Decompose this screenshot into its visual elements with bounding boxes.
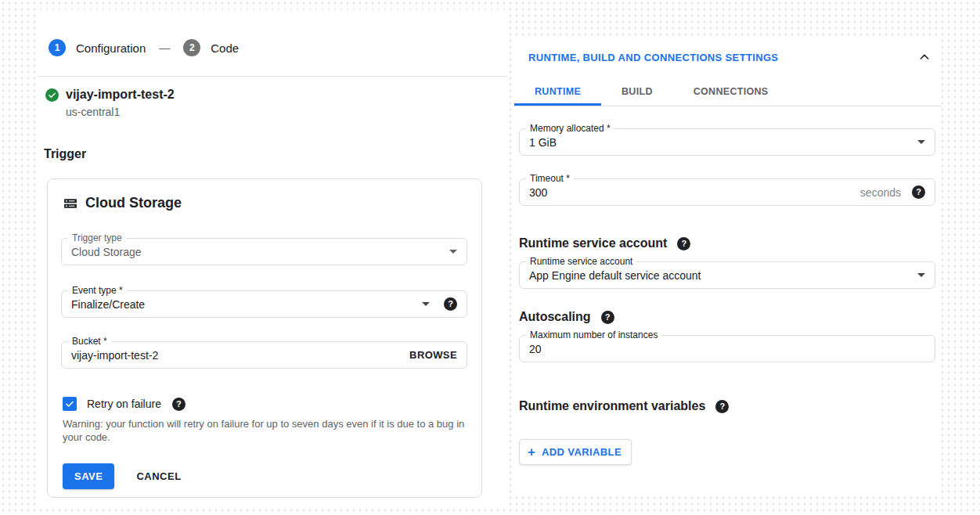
- retry-on-failure-row: Retry on failure ?: [63, 397, 467, 411]
- max-instances-value: 20: [529, 343, 542, 355]
- timeout-input[interactable]: Timeout * 300 seconds ?: [519, 178, 935, 206]
- plus-icon: +: [528, 445, 535, 459]
- retry-help-icon[interactable]: ?: [172, 398, 186, 411]
- settings-expander[interactable]: RUNTIME, BUILD AND CONNECTIONS SETTINGS: [513, 38, 942, 63]
- service-account-heading: Runtime service account: [519, 236, 667, 250]
- env-variables-heading: Runtime environment variables: [519, 399, 705, 413]
- env-variables-help-icon[interactable]: ?: [715, 400, 729, 413]
- timeout-value: 300: [529, 186, 547, 199]
- trigger-type-label: Trigger type: [68, 232, 126, 243]
- runtime-settings-panel: RUNTIME, BUILD AND CONNECTIONS SETTINGS …: [513, 38, 942, 495]
- memory-allocated-label: Memory allocated *: [526, 123, 614, 134]
- chevron-down-icon: [917, 273, 925, 277]
- step-2-circle[interactable]: 2: [183, 39, 200, 56]
- event-type-value: Finalize/Create: [71, 298, 145, 311]
- trigger-card-title: Cloud Storage: [85, 195, 182, 211]
- trigger-actions-row: SAVE CANCEL: [63, 463, 467, 489]
- bucket-label: Bucket *: [68, 336, 111, 347]
- trigger-type-select[interactable]: Trigger type Cloud Storage: [61, 238, 467, 265]
- step-separator: —: [159, 41, 170, 54]
- settings-tabs: RUNTIME BUILD CONNECTIONS: [514, 80, 942, 106]
- chevron-up-icon[interactable]: [918, 51, 931, 63]
- settings-expander-label[interactable]: RUNTIME, BUILD AND CONNECTIONS SETTINGS: [528, 52, 778, 63]
- trigger-type-value: Cloud Storage: [71, 246, 142, 258]
- timeout-unit-suffix: seconds: [860, 186, 901, 199]
- retry-checkbox-label[interactable]: Retry on failure: [87, 398, 161, 410]
- cancel-button[interactable]: CANCEL: [132, 463, 186, 489]
- memory-allocated-select[interactable]: Memory allocated * 1 GiB: [519, 128, 935, 156]
- add-variable-button[interactable]: + ADD VARIABLE: [519, 439, 632, 465]
- memory-allocated-value: 1 GiB: [529, 136, 557, 149]
- bucket-input[interactable]: Bucket * vijay-import-test-2 BROWSE: [61, 341, 467, 369]
- event-type-select[interactable]: Event type * Finalize/Create ?: [61, 290, 467, 318]
- chevron-down-icon: [917, 140, 925, 144]
- max-instances-input[interactable]: Maximum number of instances 20: [519, 335, 935, 362]
- bucket-value: vijay-import-test-2: [71, 349, 158, 362]
- cloud-storage-icon: [63, 196, 78, 211]
- event-type-label: Event type *: [68, 285, 127, 296]
- trigger-card: Cloud Storage Trigger type Cloud Storage…: [47, 178, 482, 498]
- timeout-label: Timeout *: [526, 173, 574, 184]
- chevron-down-icon: [422, 302, 430, 306]
- success-check-icon: [45, 88, 59, 102]
- trigger-section-heading: Trigger: [44, 147, 507, 161]
- env-variables-heading-row: Runtime environment variables ?: [519, 399, 942, 413]
- max-instances-label: Maximum number of instances: [526, 330, 661, 340]
- retry-warning-text: Warning: your function will retry on fai…: [63, 417, 473, 444]
- step-1-label[interactable]: Configuration: [76, 41, 146, 55]
- stepper-divider: [38, 76, 507, 77]
- function-name: vijay-import-test-2: [66, 88, 175, 102]
- chevron-down-icon: [449, 250, 457, 254]
- autoscaling-help-icon[interactable]: ?: [601, 311, 614, 324]
- runtime-service-account-label: Runtime service account: [526, 256, 636, 267]
- runtime-service-account-value: App Engine default service account: [529, 269, 701, 282]
- autoscaling-heading-row: Autoscaling ?: [519, 310, 942, 324]
- function-region: us-central1: [66, 106, 507, 118]
- tab-connections[interactable]: CONNECTIONS: [673, 80, 789, 106]
- runtime-service-account-select[interactable]: Runtime service account App Engine defau…: [519, 261, 935, 289]
- step-1-circle[interactable]: 1: [49, 39, 66, 56]
- browse-button[interactable]: BROWSE: [409, 349, 457, 361]
- save-button[interactable]: SAVE: [63, 463, 114, 489]
- add-variable-label: ADD VARIABLE: [542, 446, 622, 458]
- configuration-panel: 1 Configuration — 2 Code vijay-import-te…: [38, 9, 507, 507]
- function-name-row: vijay-import-test-2: [45, 88, 507, 102]
- tab-runtime[interactable]: RUNTIME: [514, 80, 601, 106]
- wizard-stepper: 1 Configuration — 2 Code: [49, 39, 507, 56]
- autoscaling-heading: Autoscaling: [519, 310, 591, 324]
- service-account-heading-row: Runtime service account ?: [519, 236, 942, 250]
- trigger-card-title-row: Cloud Storage: [63, 195, 467, 211]
- retry-checkbox[interactable]: [63, 397, 77, 411]
- tab-build[interactable]: BUILD: [601, 80, 673, 106]
- step-2-label[interactable]: Code: [211, 41, 239, 55]
- timeout-help-icon[interactable]: ?: [912, 185, 925, 199]
- event-type-help-icon[interactable]: ?: [444, 297, 457, 311]
- service-account-help-icon[interactable]: ?: [677, 237, 690, 250]
